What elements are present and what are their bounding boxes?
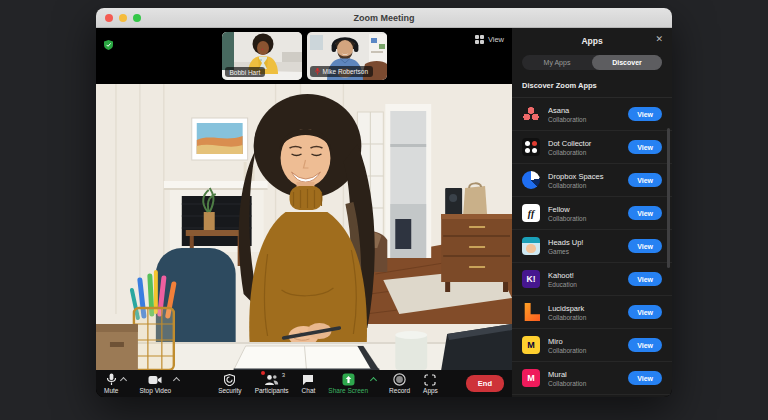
apps-panel: Apps ✕ My Apps Discover Discover Zoom Ap…: [512, 28, 672, 397]
apps-panel-title: Apps: [581, 36, 602, 46]
video-thumbnail-mike-robertson[interactable]: Mike Robertson: [307, 32, 387, 80]
chat-bubble-icon: [302, 373, 314, 386]
chevron-up-icon[interactable]: [370, 377, 377, 384]
apps-button[interactable]: Apps: [423, 373, 438, 394]
kahoot-icon: K!: [522, 270, 540, 288]
app-row-asana: AsanaCollaboration View: [512, 98, 672, 131]
app-row-kahoot: K! Kahoot!Education View: [512, 263, 672, 296]
discover-section-heading: Discover Zoom Apps: [522, 81, 662, 90]
meeting-area: Bobbi Hart: [96, 28, 512, 397]
dot-collector-icon: [522, 138, 540, 156]
chat-button[interactable]: Chat: [302, 373, 316, 394]
app-row-miro: M MiroCollaboration View: [512, 329, 672, 362]
participant-count: 3: [282, 372, 285, 378]
microphone-icon: [106, 373, 117, 386]
record-icon: [393, 373, 406, 386]
view-lucidspark-button[interactable]: View: [628, 305, 662, 319]
app-row-mural: M MuralCollaboration View: [512, 362, 672, 395]
end-meeting-button[interactable]: End: [466, 375, 504, 392]
window-title: Zoom Meeting: [96, 13, 672, 23]
stop-video-button[interactable]: Stop Video: [139, 373, 171, 394]
zoom-apps-icon: [424, 373, 436, 386]
heads-up-icon: [522, 237, 540, 255]
view-miro-button[interactable]: View: [628, 338, 662, 352]
close-panel-icon[interactable]: ✕: [655, 35, 663, 44]
grid-view-icon: [475, 35, 484, 44]
titlebar: Zoom Meeting: [96, 8, 672, 28]
meeting-toolbar: Mute Stop Video: [96, 370, 512, 397]
asana-icon: [522, 105, 540, 123]
participants-strip: Bobbi Hart: [96, 28, 512, 84]
view-dropbox-spaces-button[interactable]: View: [628, 173, 662, 187]
participants-icon: 3: [264, 373, 279, 386]
fellow-icon: ff: [522, 204, 540, 222]
share-screen-icon: [342, 373, 355, 386]
panel-scrollbar[interactable]: [667, 128, 670, 268]
tab-discover[interactable]: Discover: [592, 55, 662, 70]
video-thumbnail-bobbi-hart[interactable]: Bobbi Hart: [222, 32, 302, 80]
view-layout-button[interactable]: View: [475, 35, 504, 44]
participant-name-label: Bobbi Hart: [225, 67, 266, 77]
view-heads-up-button[interactable]: View: [628, 239, 662, 253]
muted-mic-icon: [315, 68, 320, 76]
view-mural-button[interactable]: View: [628, 371, 662, 385]
app-row-dot-collector: Dot CollectorCollaboration View: [512, 131, 672, 164]
view-dot-collector-button[interactable]: View: [628, 140, 662, 154]
camera-icon: [148, 373, 162, 386]
participant-name-label: Mike Robertson: [310, 66, 374, 77]
security-shield-icon: [224, 373, 235, 386]
tab-my-apps[interactable]: My Apps: [522, 55, 592, 70]
record-button[interactable]: Record: [389, 373, 410, 394]
app-row-heads-up: Heads Up!Games View: [512, 230, 672, 263]
view-kahoot-button[interactable]: View: [628, 272, 662, 286]
zoom-meeting-window: Zoom Meeting: [96, 8, 672, 397]
dropbox-spaces-icon: [522, 171, 540, 189]
lucidspark-icon: [522, 303, 540, 321]
app-row-dropbox-spaces: Dropbox SpacesCollaboration View: [512, 164, 672, 197]
app-row-fellow: ff FellowCollaboration View: [512, 197, 672, 230]
share-screen-button[interactable]: Share Screen: [328, 373, 368, 394]
main-speaker-video: [96, 84, 512, 370]
miro-icon: M: [522, 336, 540, 354]
chevron-up-icon[interactable]: [173, 377, 180, 384]
discover-apps-list: AsanaCollaboration View Dot CollectorCol…: [512, 97, 672, 397]
view-fellow-button[interactable]: View: [628, 206, 662, 220]
app-row-lucidspark: LucidsparkCollaboration View: [512, 296, 672, 329]
participants-button[interactable]: 3 Participants: [255, 373, 289, 394]
mute-button[interactable]: Mute: [104, 373, 118, 394]
mural-icon: M: [522, 369, 540, 387]
view-asana-button[interactable]: View: [628, 107, 662, 121]
security-button[interactable]: Security: [218, 373, 241, 394]
apps-tab-bar: My Apps Discover: [522, 55, 662, 70]
chevron-up-icon[interactable]: [120, 377, 127, 384]
